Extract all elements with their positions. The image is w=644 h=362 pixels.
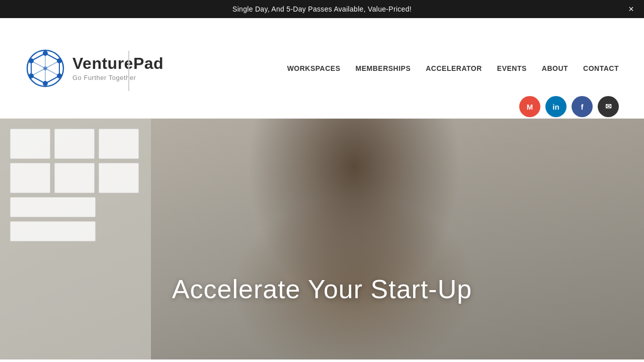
- hero-section: Accelerate Your Start-Up: [0, 119, 644, 359]
- email-social-button[interactable]: ✉: [598, 96, 619, 117]
- linkedin-social-button[interactable]: in: [545, 96, 567, 117]
- announcement-text: Single Day, And 5-Day Passes Available, …: [232, 5, 412, 13]
- hero-headline-text: Accelerate Your Start-Up: [0, 274, 644, 304]
- facebook-social-button[interactable]: f: [572, 96, 593, 117]
- hero-left-papers: [0, 119, 151, 359]
- svg-point-19: [43, 66, 47, 70]
- nav-contact[interactable]: CONTACT: [583, 64, 619, 72]
- main-nav: WORKSPACES MEMBERSHIPS ACCELERATOR EVENT…: [287, 64, 619, 72]
- paper-card: [99, 163, 139, 193]
- svg-line-14: [45, 61, 59, 68]
- close-announcement-button[interactable]: ×: [628, 5, 634, 14]
- nav-events[interactable]: EVENTS: [497, 64, 527, 72]
- nav-accelerator[interactable]: ACCELERATOR: [426, 64, 482, 72]
- hero-headline-container: Accelerate Your Start-Up: [0, 274, 644, 304]
- brand-name: VenturePad: [72, 55, 164, 72]
- paper-card: [54, 163, 95, 193]
- nav-memberships[interactable]: MEMBERSHIPS: [356, 64, 411, 72]
- paper-card: [10, 197, 96, 217]
- paper-card: [10, 221, 96, 241]
- logo-divider: [128, 51, 129, 91]
- paper-card: [10, 129, 50, 159]
- paper-card: [10, 163, 50, 193]
- logo-text: VenturePad Go Further Together: [72, 55, 164, 81]
- medium-social-button[interactable]: M: [519, 96, 540, 117]
- brand-tagline: Go Further Together: [72, 74, 164, 81]
- social-icons: M in f ✉: [519, 96, 619, 117]
- paper-card: [99, 129, 139, 159]
- svg-line-17: [31, 68, 45, 76]
- nav-workspaces[interactable]: WORKSPACES: [287, 64, 341, 72]
- logo-area[interactable]: VenturePad Go Further Together: [25, 48, 164, 88]
- nav-about[interactable]: ABOUT: [542, 64, 568, 72]
- logo-icon: [25, 48, 65, 88]
- paper-card: [54, 129, 95, 159]
- svg-line-18: [31, 61, 45, 68]
- header: VenturePad Go Further Together WORKSPACE…: [0, 18, 644, 119]
- svg-line-15: [45, 68, 59, 76]
- announcement-bar: Single Day, And 5-Day Passes Available, …: [0, 0, 644, 18]
